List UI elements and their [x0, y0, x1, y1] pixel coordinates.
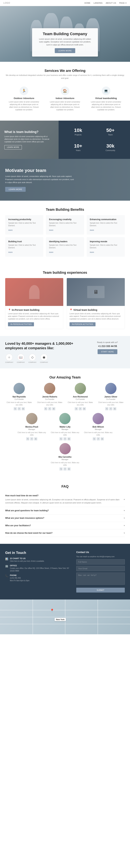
team-member-1: Jennie Roberts Co-Founder Click here to …: [36, 383, 63, 410]
hero-cta-button[interactable]: Learn More: [55, 48, 75, 53]
stat-years-number: 10+: [64, 143, 93, 149]
facebook-icon-4[interactable]: f: [30, 437, 33, 440]
motivate-cta-button[interactable]: learn more: [5, 187, 26, 192]
benefit-5-more[interactable]: more: [90, 251, 94, 253]
stats-left-desc: Lorem ipsum dolor sit amet consectetur a…: [4, 135, 54, 143]
faq-question-2: What are your team insurance options?: [5, 517, 44, 519]
member-4-desc: Click here to edit your text. Make any e…: [16, 431, 47, 436]
benefit-4-more[interactable]: more: [49, 251, 53, 253]
loved-start-button[interactable]: Start Here: [98, 349, 117, 354]
benefits-grid: Increasing productivity Sample text. Cli…: [5, 215, 125, 257]
benefit-3-more[interactable]: more: [8, 251, 12, 253]
member-7-desc: Click here to edit your text. Make any e…: [50, 462, 80, 466]
exp-in-person-image: [5, 278, 63, 306]
team-member-4: Monica Pouli Manager Click here to edit …: [16, 413, 47, 440]
twitter-icon-1[interactable]: 𝕏: [44, 407, 47, 410]
avatar-0: [13, 383, 25, 394]
faq-list: How much lead time do we need? Lorem ips…: [5, 492, 125, 537]
instagram-icon-7[interactable]: in: [68, 467, 71, 470]
nav-page4[interactable]: PAGE 4: [119, 2, 127, 4]
contact-phone-text: PHONE (123) 456-456 Mon-Fri 9am-6pm to 9…: [10, 574, 30, 582]
faq-item-0[interactable]: How much lead time do we need? Lorem ips…: [5, 492, 125, 507]
faq-title: FAQ: [5, 485, 125, 489]
company-4-icon: ◉: [41, 354, 47, 361]
chart-label: 23 CHART TO US: [10, 557, 45, 559]
member-1-name: Jennie Roberts: [36, 396, 63, 398]
nav-logo: logo: [3, 2, 10, 4]
faq-answer-0: Lorem ipsum dolor sit amet, consectetur …: [5, 497, 124, 504]
form-message-input[interactable]: [76, 572, 125, 585]
twitter-icon-7[interactable]: 𝕏: [59, 467, 62, 470]
benefit-4-title: Identifying leaders: [49, 240, 81, 243]
instagram-icon-0[interactable]: in: [21, 407, 25, 410]
instagram-icon-5[interactable]: in: [68, 437, 71, 440]
facebook-icon-1[interactable]: f: [48, 407, 51, 410]
instagram-icon-3[interactable]: in: [113, 407, 116, 410]
faq-item-3[interactable]: Who are your facilitators? ▾: [5, 522, 125, 529]
stat-community-label: Community: [96, 149, 125, 151]
experiences-section: Team building experiences 📍 In-Person te…: [0, 264, 130, 336]
form-name-input[interactable]: [76, 559, 125, 564]
benefit-productivity: Increasing productivity Sample text. Cli…: [5, 215, 43, 235]
benefit-0-desc: Sample text. Click to select the Text El…: [8, 222, 40, 227]
benefit-1-more[interactable]: more: [49, 229, 53, 231]
twitter-icon-3[interactable]: 𝕏: [105, 407, 108, 410]
service-indoor: 🏠 Indoor Adventure Lorem ipsum dolor sit…: [46, 84, 84, 114]
map-pin: 📍: [50, 609, 54, 613]
benefit-1-title: Encouraging creativity: [49, 218, 81, 221]
member-6-socials: 𝕏 f in: [83, 437, 114, 440]
loved-phone: +1 213 333 44 55: [90, 345, 125, 347]
stat-projects-number: 10k: [64, 128, 93, 133]
benefit-trust: Building trust Sample text. Click to sel…: [5, 237, 43, 257]
facebook-icon-0[interactable]: f: [18, 407, 21, 410]
company-3-icon: ◇: [29, 354, 36, 361]
team-title: Our Amazing Team: [5, 375, 125, 379]
nav-home[interactable]: HOME: [84, 2, 90, 4]
benefit-2-desc: Sample text. Click to select the Text El…: [90, 222, 122, 227]
twitter-icon-0[interactable]: 𝕏: [14, 407, 17, 410]
benefit-0-more[interactable]: more: [8, 229, 12, 231]
nav-links: HOME LANDING ABOUT US PAGE 4: [84, 2, 127, 4]
stats-learn-more-button[interactable]: learn more: [4, 145, 22, 150]
nav-landing[interactable]: LANDING: [94, 2, 102, 4]
services-subtitle: We develop an individual integrated solu…: [5, 74, 125, 80]
member-6-role: Manager: [83, 428, 114, 430]
instagram-icon-4[interactable]: in: [34, 437, 37, 440]
twitter-icon-2[interactable]: 𝕏: [75, 407, 78, 410]
contact-chart: 📊 23 CHART TO US Click here to edit your…: [5, 557, 71, 562]
hero-card: Team Building Company Lorem ipsum dolor …: [32, 28, 98, 57]
loved-right: Ready to speak with us? +1 213 333 44 55…: [90, 341, 125, 354]
facebook-icon-6[interactable]: f: [97, 437, 100, 440]
exp-virtual-content: 📍 Virtual team building Lorem ipsum dolo…: [67, 306, 125, 329]
benefit-leaders: Identifying leaders Sample text. Click t…: [46, 237, 84, 257]
map-label: New York: [55, 618, 66, 621]
instagram-icon-6[interactable]: in: [101, 437, 104, 440]
twitter-icon-4[interactable]: 𝕏: [26, 437, 29, 440]
form-email-input[interactable]: [76, 566, 125, 571]
member-1-socials: 𝕏 f in: [36, 407, 63, 410]
virtual-title: Virtual teambuilding: [90, 97, 122, 99]
facebook-icon-7[interactable]: f: [63, 467, 67, 470]
faq-item-4[interactable]: How do we choose the best event for our …: [5, 529, 125, 537]
facebook-icon-3[interactable]: f: [109, 407, 112, 410]
contact-chart-text: 23 CHART TO US Click here to edit your t…: [10, 557, 45, 562]
instagram-icon-2[interactable]: in: [83, 407, 86, 410]
faq-item-1[interactable]: What are good questions for team buildin…: [5, 507, 125, 515]
twitter-icon-5[interactable]: 𝕏: [59, 437, 62, 440]
facebook-icon-2[interactable]: f: [79, 407, 82, 410]
form-submit-button[interactable]: Submit: [76, 588, 125, 592]
twitter-icon-6[interactable]: 𝕏: [93, 437, 96, 440]
exp-virtual-cta[interactable]: In-Person Activities: [70, 322, 95, 326]
member-0-name: Nat Reynolds: [5, 396, 33, 398]
exp-in-person-cta[interactable]: In-Person Activities: [8, 322, 34, 326]
benefit-2-more[interactable]: more: [90, 229, 94, 231]
stat-years-label: Years: [64, 149, 93, 151]
stats-right: 10k Projects 50+ Team 10+ Years 30k Comm…: [58, 121, 130, 159]
nav-about[interactable]: ABOUT US: [106, 2, 116, 4]
facebook-icon-5[interactable]: f: [63, 437, 67, 440]
contact-section: Get in Touch 📊 23 CHART TO US Click here…: [0, 544, 130, 599]
member-0-role: Co-Founder: [5, 398, 33, 400]
contact-office: 🏢 OFFICE Create your office. Our office …: [5, 564, 71, 572]
instagram-icon-1[interactable]: in: [52, 407, 55, 410]
faq-item-2[interactable]: What are your team insurance options? ▾: [5, 515, 125, 522]
